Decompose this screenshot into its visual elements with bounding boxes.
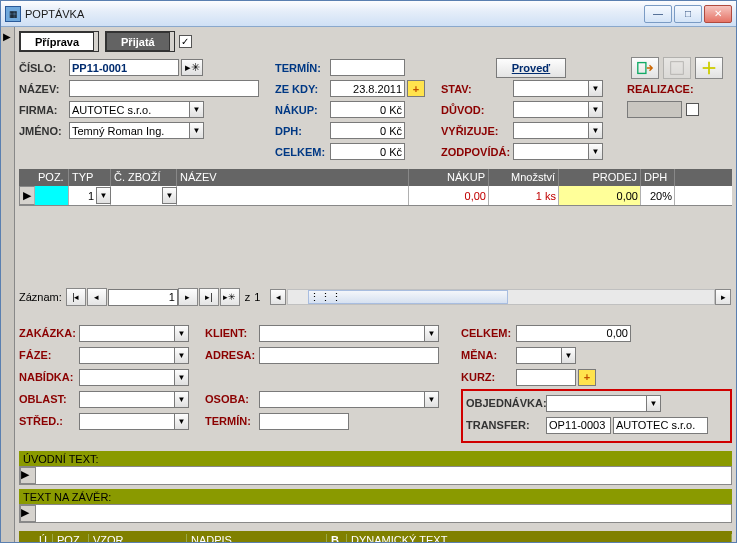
realizace-input[interactable] <box>627 101 682 118</box>
toolbar-icon-3[interactable] <box>695 57 723 79</box>
label-zodpovida: ZODPOVÍDÁ: <box>441 146 513 158</box>
oblast-dropdown[interactable]: ▼ <box>174 391 189 408</box>
tab-priprava[interactable]: Příprava <box>20 32 94 51</box>
celkem-input[interactable] <box>330 143 405 160</box>
uvodni-row-selector[interactable]: ▶ <box>20 467 36 484</box>
osoba-dropdown[interactable]: ▼ <box>424 391 439 408</box>
mena-input[interactable] <box>516 347 561 364</box>
tab-prijata[interactable]: Přijatá <box>106 32 170 51</box>
termin2-input[interactable] <box>259 413 349 430</box>
svg-rect-1 <box>671 61 684 74</box>
label-termin2: TERMÍN: <box>205 415 259 427</box>
kurz-plus-button[interactable]: + <box>578 369 596 386</box>
nabidka-input[interactable] <box>79 369 174 386</box>
objednavka-dropdown[interactable]: ▼ <box>646 395 661 412</box>
row-selector-icon[interactable]: ▶ <box>19 186 35 205</box>
firma-input[interactable] <box>69 101 189 118</box>
transfer-no-input <box>546 417 611 434</box>
label-jmeno: JMÉNO: <box>19 125 69 137</box>
items-grid-row[interactable]: ▶ ▼ ▼ 0,00 1 ks 0,00 20% <box>19 186 732 205</box>
label-zakazka: ZAKÁZKA: <box>19 327 79 339</box>
stav-dropdown[interactable]: ▼ <box>588 80 603 97</box>
zakazka-input[interactable] <box>79 325 174 342</box>
nav-prev[interactable]: ◂ <box>87 288 107 306</box>
celkem2-input[interactable] <box>516 325 631 342</box>
app-icon: ▦ <box>5 6 21 22</box>
objednavka-input[interactable] <box>546 395 646 412</box>
jmeno-dropdown[interactable]: ▼ <box>189 122 204 139</box>
toolbar-icon-2 <box>663 57 691 79</box>
duvod-dropdown[interactable]: ▼ <box>588 101 603 118</box>
export-button[interactable] <box>631 57 659 79</box>
window-title: POPTÁVKA <box>25 8 642 20</box>
firma-dropdown[interactable]: ▼ <box>189 101 204 118</box>
client-area: ▶ Příprava Přijatá ✓ ČÍSLO: <box>1 27 736 542</box>
hscroll-right[interactable]: ▸ <box>715 289 731 305</box>
vyrizuje-input[interactable] <box>513 122 588 139</box>
nabidka-dropdown[interactable]: ▼ <box>174 369 189 386</box>
cislo-generate-button[interactable]: ▸✳ <box>181 59 203 76</box>
realizace-checkbox[interactable] <box>686 103 699 116</box>
minimize-button[interactable]: — <box>644 5 672 23</box>
label-klient: KLIENT: <box>205 327 259 339</box>
record-selector-strip[interactable]: ▶ <box>1 27 15 542</box>
transfer-highlight-box: OBJEDNÁVKA:▼ TRANSFER: <box>461 389 732 443</box>
hscroll-thumb[interactable]: ⋮⋮⋮ <box>308 290 508 304</box>
dph-input[interactable] <box>330 122 405 139</box>
osoba-input[interactable] <box>259 391 424 408</box>
zekdy-input[interactable] <box>330 80 405 97</box>
hscroll-left[interactable]: ◂ <box>270 289 286 305</box>
zakazka-dropdown[interactable]: ▼ <box>174 325 189 342</box>
row-czbozi-input[interactable] <box>113 187 162 204</box>
oblast-input[interactable] <box>79 391 174 408</box>
zodpovida-input[interactable] <box>513 143 588 160</box>
row-nazev-input[interactable] <box>179 187 406 204</box>
label-adresa: ADRESA: <box>205 349 259 361</box>
klient-dropdown[interactable]: ▼ <box>424 325 439 342</box>
hscroll-track[interactable]: ⋮⋮⋮ <box>287 289 715 305</box>
proved-button[interactable]: Proveď <box>496 58 566 78</box>
termin-input[interactable] <box>330 59 405 76</box>
adresa-input[interactable] <box>259 347 439 364</box>
nakup-input[interactable] <box>330 101 405 118</box>
record-navigator: Záznam: |◂ ◂ ▸ ▸| ▸✳ z 1 ◂ ⋮⋮⋮ ▸ <box>19 287 732 307</box>
zaver-row-selector[interactable]: ▶ <box>20 505 36 522</box>
titlebar: ▦ POPTÁVKA — □ ✕ <box>1 1 736 27</box>
label-transfer: TRANSFER: <box>466 419 546 431</box>
vyrizuje-dropdown[interactable]: ▼ <box>588 122 603 139</box>
row-typ-input[interactable] <box>71 187 96 204</box>
cislo-input[interactable] <box>69 59 179 76</box>
stred-dropdown[interactable]: ▼ <box>174 413 189 430</box>
label-nazev: NÁZEV: <box>19 83 69 95</box>
transfer-firm-input <box>613 417 708 434</box>
mena-dropdown[interactable]: ▼ <box>561 347 576 364</box>
close-button[interactable]: ✕ <box>704 5 732 23</box>
stav-input[interactable] <box>513 80 588 97</box>
nazev-input[interactable] <box>69 80 259 97</box>
row-nakup-value: 0,00 <box>409 186 489 205</box>
faze-dropdown[interactable]: ▼ <box>174 347 189 364</box>
row-czbozi-dropdown[interactable]: ▼ <box>162 187 177 204</box>
nav-new[interactable]: ▸✳ <box>220 288 240 306</box>
nav-next[interactable]: ▸ <box>178 288 198 306</box>
label-stred: STŘED.: <box>19 415 79 427</box>
zekdy-plus-button[interactable]: + <box>407 80 425 97</box>
klient-input[interactable] <box>259 325 424 342</box>
duvod-input[interactable] <box>513 101 588 118</box>
kurz-input[interactable] <box>516 369 576 386</box>
label-faze: FÁZE: <box>19 349 79 361</box>
row-typ-dropdown[interactable]: ▼ <box>96 187 111 204</box>
nav-last[interactable]: ▸| <box>199 288 219 306</box>
zodpovida-dropdown[interactable]: ▼ <box>588 143 603 160</box>
stred-input[interactable] <box>79 413 174 430</box>
label-stav: STAV: <box>441 83 513 95</box>
nav-first[interactable]: |◂ <box>66 288 86 306</box>
nav-pos-input[interactable] <box>108 289 178 306</box>
prijata-checkbox[interactable]: ✓ <box>179 35 192 48</box>
jmeno-input[interactable] <box>69 122 189 139</box>
zaver-text-input[interactable] <box>36 505 731 522</box>
maximize-button[interactable]: □ <box>674 5 702 23</box>
faze-input[interactable] <box>79 347 174 364</box>
uvodni-text-input[interactable] <box>36 467 731 484</box>
row-mnozstvi-value: 1 ks <box>489 186 559 205</box>
